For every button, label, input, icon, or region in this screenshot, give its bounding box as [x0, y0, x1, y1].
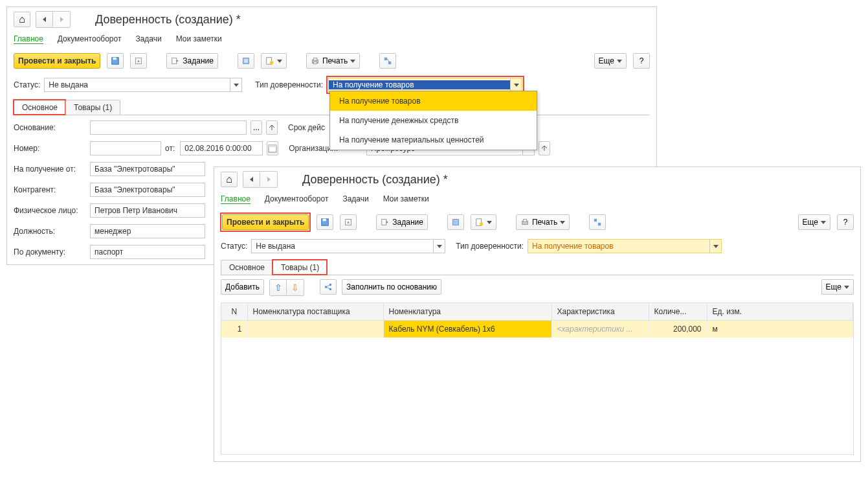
- recv-input[interactable]: База "Электротовары": [90, 162, 205, 176]
- home-button[interactable]: [14, 12, 30, 27]
- attach-icon: [475, 218, 484, 227]
- post-close-button[interactable]: Провести и закрыть: [222, 214, 309, 230]
- dropdown-toggle[interactable]: [709, 240, 721, 253]
- svg-rect-12: [313, 62, 317, 64]
- save-button[interactable]: [107, 53, 124, 69]
- status-select[interactable]: Не выдана: [44, 78, 242, 92]
- open-ref-button[interactable]: [266, 120, 278, 135]
- more-button[interactable]: Еще: [594, 53, 627, 69]
- tab-goods[interactable]: Товары (1): [273, 260, 328, 275]
- home-icon: [19, 14, 25, 25]
- type-select[interactable]: На получение товаров: [528, 239, 722, 253]
- number-input[interactable]: [90, 141, 161, 155]
- relations-button[interactable]: [589, 214, 606, 230]
- print-icon: [520, 218, 529, 227]
- tab-goods[interactable]: Товары (1): [65, 100, 120, 115]
- type-select[interactable]: На получение товаров: [328, 78, 522, 92]
- attach-icon: [265, 56, 274, 65]
- svg-rect-1: [113, 58, 117, 60]
- chevron-down-icon: [713, 245, 718, 248]
- more-button[interactable]: Еще: [798, 214, 830, 230]
- task-button[interactable]: Задание: [376, 214, 428, 230]
- save-button[interactable]: [317, 214, 333, 230]
- post-button[interactable]: [340, 214, 357, 230]
- col-supplier[interactable]: Номенклатура поставщика: [247, 303, 383, 321]
- move-down-button[interactable]: ⇩: [287, 280, 304, 295]
- nav-back-button[interactable]: [243, 172, 260, 187]
- arrow-up-icon: ⇧: [274, 282, 282, 293]
- menu-notes[interactable]: Мои заметки: [176, 34, 222, 44]
- menu-tasks[interactable]: Задачи: [135, 34, 161, 44]
- nav-forward-button[interactable]: [53, 12, 70, 27]
- move-up-button[interactable]: ⇧: [270, 280, 287, 295]
- tab-main[interactable]: Основное: [14, 100, 66, 115]
- table-empty-area[interactable]: [221, 337, 853, 454]
- list-icon: [451, 218, 460, 227]
- home-button[interactable]: [221, 172, 238, 187]
- dropdown-item[interactable]: На получение денежных средств: [330, 111, 537, 130]
- dropdown-item[interactable]: На получение материальных ценностей: [330, 130, 537, 150]
- contr-label: Контрагент:: [14, 185, 83, 194]
- dropdown-icon: [617, 60, 622, 63]
- print-button[interactable]: Печать: [516, 214, 570, 230]
- svg-rect-11: [313, 58, 317, 61]
- open-icon: [541, 145, 548, 152]
- share-button[interactable]: [320, 279, 337, 295]
- dropdown-toggle[interactable]: [510, 78, 522, 91]
- status-label: Статус:: [221, 242, 247, 251]
- attach-button[interactable]: [471, 214, 496, 230]
- menu-main[interactable]: Главное: [14, 34, 43, 44]
- cell-char: <характеристики ...: [551, 321, 649, 338]
- cell-qty: 200,000: [649, 321, 707, 338]
- nav-forward-button[interactable]: [260, 172, 277, 187]
- open-basis-button[interactable]: ...: [250, 120, 262, 135]
- menu-main[interactable]: Главное: [221, 194, 250, 204]
- date-input[interactable]: 02.08.2016 0:00:00: [180, 141, 263, 155]
- menu-doc[interactable]: Документооборот: [58, 34, 122, 44]
- col-qty[interactable]: Количе...: [649, 303, 707, 321]
- task-button[interactable]: Задание: [166, 53, 218, 69]
- dropdown-toggle[interactable]: [433, 240, 445, 253]
- svg-rect-17: [269, 145, 276, 147]
- dropdown-toggle[interactable]: [230, 78, 241, 91]
- post-close-button[interactable]: Провести и закрыть: [14, 53, 100, 69]
- menu-notes[interactable]: Мои заметки: [383, 194, 429, 204]
- table-row[interactable]: 1 Кабель NYM (Севкабель) 1х6 <характерис…: [221, 321, 853, 338]
- fill-button[interactable]: Заполнить по основанию: [342, 279, 441, 295]
- svg-rect-28: [598, 223, 601, 225]
- col-nomen[interactable]: Номенклатура: [383, 303, 551, 321]
- status-select[interactable]: Не выдана: [251, 239, 445, 253]
- filter-bar: Статус: Не выдана Тип доверенности: На п…: [7, 73, 656, 97]
- task-icon: [381, 218, 390, 227]
- list-button[interactable]: [447, 214, 464, 230]
- chevron-down-icon: [437, 245, 442, 248]
- topbar: Доверенность (создание) *: [214, 167, 860, 192]
- col-n[interactable]: N: [221, 303, 247, 321]
- pos-input[interactable]: менеджер: [90, 224, 205, 238]
- menu-tasks[interactable]: Задачи: [342, 194, 368, 204]
- svg-line-32: [326, 285, 331, 288]
- doc-input[interactable]: паспорт: [90, 245, 205, 259]
- open-org-button[interactable]: [539, 141, 550, 155]
- person-input[interactable]: Петров Петр Иванович: [90, 203, 205, 218]
- relations-button[interactable]: [379, 53, 396, 69]
- contr-input[interactable]: База "Электротовары": [90, 183, 205, 197]
- basis-input[interactable]: [90, 120, 247, 135]
- attach-button[interactable]: [261, 53, 287, 69]
- post-button[interactable]: [130, 53, 147, 69]
- table-more-button[interactable]: Еще: [821, 279, 854, 295]
- print-button[interactable]: Печать: [306, 53, 360, 69]
- col-char[interactable]: Характеристика: [551, 303, 649, 321]
- dropdown-item[interactable]: На получение товаров: [330, 91, 537, 111]
- list-button[interactable]: [238, 53, 254, 69]
- tab-main[interactable]: Основное: [221, 260, 273, 275]
- nav-back-button[interactable]: [36, 12, 53, 27]
- help-button[interactable]: ?: [837, 214, 854, 230]
- help-button[interactable]: ?: [633, 53, 650, 69]
- menu-doc[interactable]: Документооборот: [265, 194, 329, 204]
- calendar-button[interactable]: [267, 141, 278, 155]
- col-unit[interactable]: Ед. изм.: [707, 303, 853, 321]
- add-button[interactable]: Добавить: [221, 279, 264, 295]
- toolbar: Провести и закрыть Задание Печать Еще ?: [214, 209, 860, 235]
- forward-icon: [267, 177, 271, 182]
